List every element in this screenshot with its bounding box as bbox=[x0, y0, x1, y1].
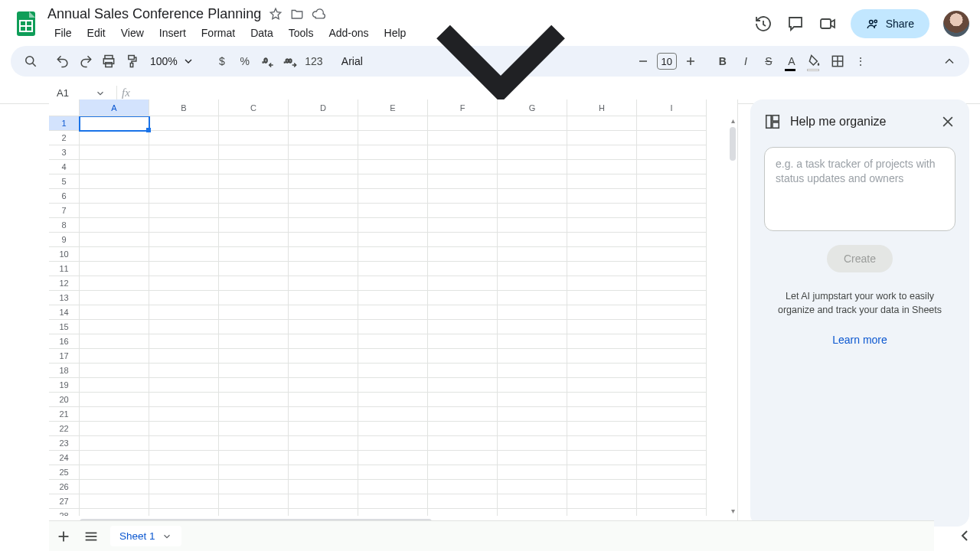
cell[interactable] bbox=[637, 407, 707, 422]
row-header[interactable]: 23 bbox=[49, 436, 80, 451]
cell[interactable] bbox=[80, 116, 149, 131]
cell[interactable] bbox=[219, 174, 289, 189]
cell[interactable] bbox=[498, 204, 567, 218]
cell[interactable] bbox=[149, 465, 219, 480]
cell[interactable] bbox=[219, 262, 289, 276]
column-header[interactable]: H bbox=[567, 99, 637, 116]
cell[interactable] bbox=[289, 204, 358, 218]
cell[interactable] bbox=[149, 509, 219, 516]
decrease-font-size-icon[interactable] bbox=[634, 52, 652, 70]
cell[interactable] bbox=[149, 204, 219, 218]
cell[interactable] bbox=[358, 262, 428, 276]
cell[interactable] bbox=[637, 393, 707, 407]
cell[interactable] bbox=[567, 320, 637, 334]
menu-format[interactable]: Format bbox=[194, 24, 242, 42]
cell[interactable] bbox=[80, 451, 149, 465]
row-header[interactable]: 10 bbox=[49, 247, 80, 262]
cell[interactable] bbox=[498, 218, 567, 233]
cell[interactable] bbox=[358, 407, 428, 422]
cell[interactable] bbox=[498, 334, 567, 349]
cell[interactable] bbox=[637, 160, 707, 174]
cell[interactable] bbox=[567, 276, 637, 291]
sheet-tab[interactable]: Sheet 1 bbox=[110, 526, 181, 546]
cell[interactable] bbox=[567, 189, 637, 204]
cell[interactable] bbox=[358, 233, 428, 247]
cell[interactable] bbox=[80, 480, 149, 494]
menu-view[interactable]: View bbox=[114, 24, 151, 42]
scroll-thumb[interactable] bbox=[730, 127, 736, 161]
row-header[interactable]: 1 bbox=[49, 116, 80, 131]
cell[interactable] bbox=[637, 174, 707, 189]
cell[interactable] bbox=[498, 364, 567, 378]
meet-icon[interactable] bbox=[818, 15, 837, 33]
cell[interactable] bbox=[289, 189, 358, 204]
cell[interactable] bbox=[289, 262, 358, 276]
column-header[interactable]: D bbox=[289, 99, 358, 116]
cell[interactable] bbox=[219, 233, 289, 247]
cell[interactable] bbox=[219, 393, 289, 407]
currency-format-icon[interactable]: $ bbox=[213, 52, 231, 70]
cell[interactable] bbox=[428, 480, 498, 494]
strikethrough-icon[interactable]: S bbox=[760, 52, 778, 70]
menu-insert[interactable]: Insert bbox=[152, 24, 193, 42]
cell[interactable] bbox=[498, 145, 567, 160]
cell[interactable] bbox=[219, 145, 289, 160]
percent-format-icon[interactable]: % bbox=[236, 52, 254, 70]
cell[interactable] bbox=[428, 378, 498, 393]
cell[interactable] bbox=[219, 364, 289, 378]
cell[interactable] bbox=[637, 262, 707, 276]
cell[interactable] bbox=[358, 422, 428, 436]
cell[interactable] bbox=[567, 480, 637, 494]
row-header[interactable]: 7 bbox=[49, 204, 80, 218]
cell[interactable] bbox=[358, 145, 428, 160]
organize-prompt-input[interactable]: e.g. a task tracker of projects with sta… bbox=[764, 147, 956, 231]
cell[interactable] bbox=[637, 451, 707, 465]
cell[interactable] bbox=[149, 422, 219, 436]
cell[interactable] bbox=[358, 174, 428, 189]
cell[interactable] bbox=[358, 465, 428, 480]
cell[interactable] bbox=[289, 320, 358, 334]
cell[interactable] bbox=[498, 276, 567, 291]
column-header[interactable]: F bbox=[428, 99, 498, 116]
cell[interactable] bbox=[637, 218, 707, 233]
text-color-icon[interactable]: A bbox=[782, 52, 801, 70]
cell[interactable] bbox=[498, 233, 567, 247]
cell[interactable] bbox=[80, 378, 149, 393]
cell[interactable] bbox=[428, 145, 498, 160]
menu-file[interactable]: File bbox=[47, 24, 79, 42]
row-header[interactable]: 15 bbox=[49, 320, 80, 334]
column-header[interactable]: I bbox=[637, 99, 707, 116]
cell[interactable] bbox=[358, 334, 428, 349]
cell[interactable] bbox=[358, 480, 428, 494]
cell[interactable] bbox=[358, 305, 428, 320]
fill-color-icon[interactable] bbox=[805, 52, 824, 70]
cell[interactable] bbox=[428, 465, 498, 480]
cell[interactable] bbox=[428, 422, 498, 436]
cell[interactable] bbox=[289, 436, 358, 451]
cell[interactable] bbox=[80, 364, 149, 378]
cell[interactable] bbox=[219, 218, 289, 233]
cell[interactable] bbox=[637, 334, 707, 349]
cell[interactable] bbox=[498, 436, 567, 451]
cell[interactable] bbox=[80, 465, 149, 480]
cell[interactable] bbox=[289, 247, 358, 262]
cell[interactable] bbox=[289, 174, 358, 189]
cell[interactable] bbox=[428, 160, 498, 174]
star-icon[interactable] bbox=[269, 7, 283, 21]
cell[interactable] bbox=[219, 291, 289, 305]
cell[interactable] bbox=[219, 465, 289, 480]
cell[interactable] bbox=[428, 364, 498, 378]
cell[interactable] bbox=[637, 145, 707, 160]
row-header[interactable]: 4 bbox=[49, 160, 80, 174]
row-header[interactable]: 24 bbox=[49, 451, 80, 465]
cell[interactable] bbox=[80, 334, 149, 349]
cell[interactable] bbox=[149, 189, 219, 204]
cell[interactable] bbox=[567, 378, 637, 393]
more-formats-icon[interactable]: 123 bbox=[305, 52, 323, 70]
row-header[interactable]: 6 bbox=[49, 189, 80, 204]
cell[interactable] bbox=[289, 509, 358, 516]
cell[interactable] bbox=[498, 407, 567, 422]
cell[interactable] bbox=[289, 145, 358, 160]
cell[interactable] bbox=[80, 436, 149, 451]
cell[interactable] bbox=[358, 320, 428, 334]
